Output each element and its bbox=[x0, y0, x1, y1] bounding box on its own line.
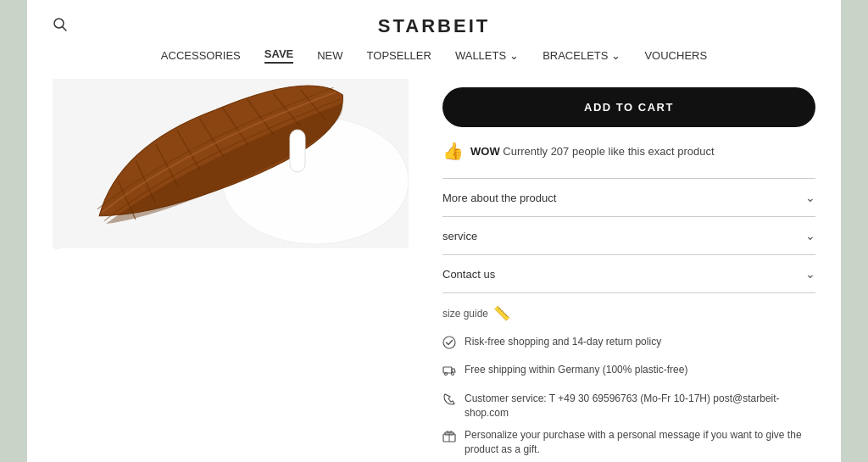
accordion-header-more-about[interactable]: More about the product ⌄ bbox=[442, 179, 815, 216]
wow-text: Currently 207 people like this exact pro… bbox=[503, 145, 714, 158]
feature-personalize: Personalize your purchase with a persona… bbox=[442, 428, 815, 457]
chevron-down-icon: ⌄ bbox=[611, 49, 620, 62]
header: STARBEIT ACCESSORIESSAVENEWTOPSELLER WAL… bbox=[27, 0, 841, 70]
feature-customer-service: Customer service: T +49 30 69596763 (Mo-… bbox=[442, 392, 815, 420]
product-image-area bbox=[53, 79, 409, 457]
chevron-down-icon-2: ⌄ bbox=[805, 229, 815, 242]
nav-item-accessories[interactable]: ACCESSORIES bbox=[161, 49, 241, 62]
ruler-icon: 📏 bbox=[493, 305, 510, 321]
gift-icon bbox=[442, 429, 456, 448]
accordion-item-service: service ⌄ bbox=[442, 217, 815, 255]
svg-point-16 bbox=[445, 373, 448, 376]
feature-customer-service-text: Customer service: T +49 30 69596763 (Mo-… bbox=[465, 392, 815, 420]
add-to-cart-button[interactable]: ADD TO CART bbox=[442, 87, 815, 127]
accordion-header-contact[interactable]: Contact us ⌄ bbox=[442, 255, 815, 292]
main-content: ADD TO CART 👍 WOW Currently 207 people l… bbox=[27, 79, 841, 462]
page-wrapper: by STARBEIT ACCESSORIESSAVENEWTOPSELLER … bbox=[27, 0, 841, 462]
feature-shipping: Free shipping within Germany (100% plast… bbox=[442, 363, 815, 382]
chevron-down-icon-3: ⌄ bbox=[805, 267, 815, 281]
svg-line-1 bbox=[63, 27, 67, 31]
size-guide[interactable]: size guide 📏 bbox=[442, 293, 815, 330]
nav-item-bracelets[interactable]: BRACELETS ⌄ bbox=[542, 49, 620, 62]
header-top: STARBEIT bbox=[53, 15, 815, 37]
chevron-down-icon: ⌄ bbox=[805, 191, 815, 204]
svg-rect-13 bbox=[290, 130, 305, 172]
size-guide-label: size guide bbox=[442, 308, 488, 320]
nav-item-topseller[interactable]: TOPSELLER bbox=[367, 49, 431, 62]
wow-section: 👍 WOW Currently 207 people like this exa… bbox=[442, 141, 815, 161]
feature-return-policy: Risk-free shopping and 14-day return pol… bbox=[442, 335, 815, 354]
chevron-down-icon: ⌄ bbox=[509, 49, 519, 62]
accordion-label-contact: Contact us bbox=[442, 268, 495, 281]
product-image bbox=[53, 79, 409, 248]
checkmark-icon bbox=[442, 336, 456, 354]
features-list: Risk-free shopping and 14-day return pol… bbox=[442, 335, 815, 457]
accordion: More about the product ⌄ service ⌄ Conta… bbox=[442, 178, 815, 293]
right-panel: ADD TO CART 👍 WOW Currently 207 people l… bbox=[442, 79, 815, 457]
accordion-item-more-about: More about the product ⌄ bbox=[442, 179, 815, 217]
feature-return-text: Risk-free shopping and 14-day return pol… bbox=[465, 335, 661, 349]
nav-item-new[interactable]: NEW bbox=[317, 49, 342, 62]
phone-icon bbox=[442, 392, 456, 411]
wow-bold-label: WOW bbox=[470, 145, 500, 158]
nav-item-wallets[interactable]: WALLETS ⌄ bbox=[455, 49, 519, 62]
feature-personalize-text: Personalize your purchase with a persona… bbox=[465, 428, 815, 457]
accordion-item-contact: Contact us ⌄ bbox=[442, 255, 815, 293]
svg-point-14 bbox=[443, 337, 455, 348]
main-nav: ACCESSORIESSAVENEWTOPSELLER WALLETS ⌄ BR… bbox=[161, 47, 707, 70]
wow-icon: 👍 bbox=[442, 141, 464, 161]
feature-shipping-text: Free shipping within Germany (100% plast… bbox=[465, 363, 687, 377]
nav-item-vouchers[interactable]: VOUCHERS bbox=[644, 49, 707, 62]
svg-point-17 bbox=[452, 373, 454, 376]
search-icon[interactable] bbox=[53, 17, 68, 36]
shipping-icon bbox=[442, 364, 456, 382]
accordion-label-more-about: More about the product bbox=[442, 192, 556, 204]
accordion-label-service: service bbox=[442, 230, 477, 242]
logo: STARBEIT bbox=[378, 15, 490, 37]
nav-item-save[interactable]: SAVE bbox=[264, 47, 293, 64]
svg-rect-15 bbox=[443, 367, 452, 373]
accordion-header-service[interactable]: service ⌄ bbox=[442, 217, 815, 254]
